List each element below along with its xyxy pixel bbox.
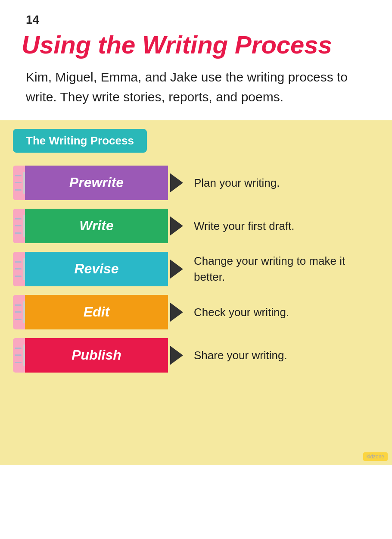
step-row-edit: Edit Check your writing. (13, 295, 379, 329)
eraser-line (15, 232, 22, 234)
pencil-prewrite: Prewrite (13, 166, 168, 200)
step-row-prewrite: Prewrite Plan your writing. (13, 166, 379, 200)
yellow-box: The Writing Process Prewrite Plan your w… (0, 120, 392, 465)
pencil-edit: Edit (13, 295, 168, 329)
pencil-body-revise: Revise (25, 252, 168, 286)
eraser-line (15, 362, 22, 363)
main-title: Using the Writing Process (0, 27, 392, 67)
pencil-eraser-write (13, 209, 25, 243)
eraser-line (15, 218, 22, 219)
pencil-eraser-lines-prewrite (15, 172, 22, 194)
step-row-publish: Publish Share your writing. (13, 338, 379, 373)
eraser-line (15, 276, 22, 277)
pencil-publish: Publish (13, 338, 168, 373)
arrow-prewrite (170, 173, 183, 192)
box-label: The Writing Process (13, 129, 147, 153)
eraser-line (15, 319, 22, 320)
pencil-eraser-revise (13, 252, 25, 286)
eraser-line (15, 225, 22, 226)
pencil-revise: Revise (13, 252, 168, 286)
pencil-eraser-edit (13, 295, 25, 329)
arrow-edit (170, 303, 183, 322)
step-text-publish: Share your writing. (194, 348, 287, 363)
pencil-eraser-lines-edit (15, 301, 22, 323)
step-row-write: Write Write your first draft. (13, 209, 379, 243)
pencil-eraser-publish (13, 338, 25, 373)
pencil-eraser-lines-write (15, 215, 22, 237)
arrow-revise (170, 260, 183, 279)
eraser-line (15, 311, 22, 313)
pencil-body-prewrite: Prewrite (25, 166, 168, 200)
step-text-prewrite: Plan your writing. (194, 175, 280, 191)
step-text-revise: Change your writing to make it better. (194, 253, 379, 285)
pencil-body-publish: Publish (25, 338, 168, 373)
pencil-write: Write (13, 209, 168, 243)
pencil-eraser-lines-publish (15, 345, 22, 366)
page-number: 14 (0, 0, 392, 27)
arrow-write (170, 216, 183, 235)
step-text-edit: Check your writing. (194, 304, 289, 320)
pencil-body-edit: Edit (25, 295, 168, 329)
eraser-line (15, 175, 22, 176)
watermark: kidzone (363, 452, 388, 461)
arrow-publish (170, 346, 183, 365)
eraser-line (15, 354, 22, 356)
pencil-eraser-prewrite (13, 166, 25, 200)
eraser-line (15, 182, 22, 183)
eraser-line (15, 261, 22, 263)
eraser-line (15, 189, 22, 191)
intro-text: Kim, Miguel, Emma, and Jake use the writ… (0, 67, 392, 120)
eraser-line (15, 348, 22, 349)
pencil-eraser-lines-revise (15, 258, 22, 280)
step-row-revise: Revise Change your writing to make it be… (13, 252, 379, 286)
pencil-body-write: Write (25, 209, 168, 243)
eraser-line (15, 268, 22, 270)
step-text-write: Write your first draft. (194, 218, 295, 234)
eraser-line (15, 304, 22, 306)
